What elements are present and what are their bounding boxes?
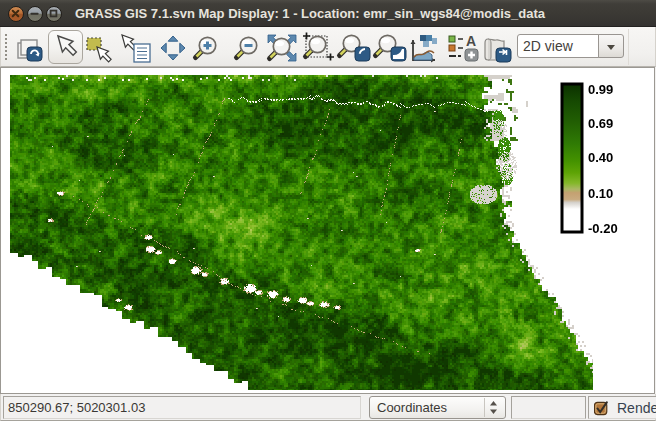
svg-text:-0.20: -0.20: [588, 221, 618, 236]
svg-text:0.69: 0.69: [588, 116, 613, 131]
svg-text:0.40: 0.40: [588, 150, 613, 165]
svg-text:0.10: 0.10: [588, 186, 613, 201]
svg-text:A: A: [466, 33, 476, 49]
svg-text:0.99: 0.99: [588, 82, 613, 97]
